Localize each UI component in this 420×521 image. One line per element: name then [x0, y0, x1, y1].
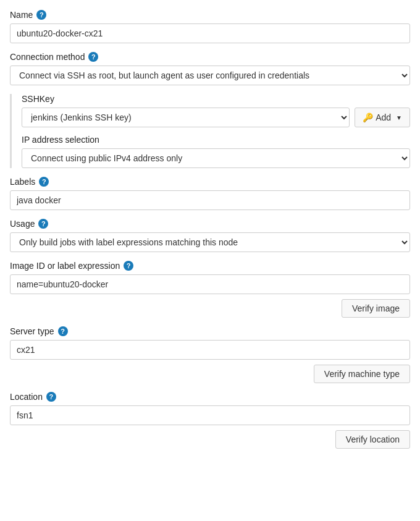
usage-help-icon[interactable]: ? [38, 219, 48, 229]
location-field-group: Location ? Verify location [10, 392, 410, 449]
name-label-text: Name [10, 10, 33, 20]
image-id-label-text: Image ID or label expression [10, 261, 120, 271]
name-help-icon[interactable]: ? [36, 10, 46, 20]
ssh-key-row: jenkins (Jenkins SSH key) 🔑 Add ▼ [22, 108, 410, 127]
ip-address-label: IP address selection [22, 135, 410, 145]
connection-method-select[interactable]: Connect via SSH as root, but launch agen… [10, 66, 410, 85]
name-field-group: Name ? [10, 10, 410, 43]
server-type-field-group: Server type ? Verify machine type [10, 326, 410, 383]
connection-method-field-group: Connection method ? Connect via SSH as r… [10, 52, 410, 85]
usage-select[interactable]: Only build jobs with label expressions m… [10, 232, 410, 252]
labels-label-text: Labels [10, 177, 35, 187]
image-id-field-group: Image ID or label expression ? Verify im… [10, 261, 410, 318]
ip-address-select[interactable]: Connect using public IPv4 address only C… [22, 148, 410, 168]
verify-location-button[interactable]: Verify location [335, 430, 410, 449]
verify-machine-type-button[interactable]: Verify machine type [314, 365, 410, 383]
connection-method-label-text: Connection method [10, 52, 85, 62]
server-type-help-icon[interactable]: ? [58, 326, 68, 336]
ip-address-field-group: IP address selection Connect using publi… [22, 135, 410, 168]
connection-method-help-icon[interactable]: ? [88, 52, 98, 62]
key-icon: 🔑 [363, 112, 373, 122]
image-id-input[interactable] [10, 274, 410, 294]
ssh-section: SSHKey jenkins (Jenkins SSH key) 🔑 Add ▼… [10, 94, 410, 168]
server-type-input[interactable] [10, 340, 410, 360]
location-input[interactable] [10, 405, 410, 425]
add-button[interactable]: 🔑 Add ▼ [355, 108, 410, 127]
location-label-text: Location [10, 392, 43, 402]
name-label: Name ? [10, 10, 410, 20]
ssh-key-label: SSHKey [22, 94, 410, 104]
usage-label: Usage ? [10, 219, 410, 229]
server-type-label-text: Server type [10, 326, 54, 336]
labels-label: Labels ? [10, 177, 410, 187]
verify-image-button[interactable]: Verify image [342, 299, 410, 318]
connection-method-label: Connection method ? [10, 52, 410, 62]
ssh-key-select[interactable]: jenkins (Jenkins SSH key) [22, 108, 350, 127]
labels-input[interactable] [10, 190, 410, 210]
add-button-label: Add [376, 112, 391, 122]
usage-field-group: Usage ? Only build jobs with label expre… [10, 219, 410, 252]
image-id-label: Image ID or label expression ? [10, 261, 410, 271]
name-input[interactable] [10, 23, 410, 43]
ssh-key-field-group: SSHKey jenkins (Jenkins SSH key) 🔑 Add ▼ [22, 94, 410, 127]
labels-field-group: Labels ? [10, 177, 410, 210]
server-type-label: Server type ? [10, 326, 410, 336]
usage-label-text: Usage [10, 219, 35, 229]
labels-help-icon[interactable]: ? [39, 177, 49, 187]
image-id-help-icon[interactable]: ? [124, 261, 133, 271]
location-help-icon[interactable]: ? [46, 392, 56, 402]
location-label: Location ? [10, 392, 410, 402]
add-dropdown-caret: ▼ [396, 114, 402, 121]
